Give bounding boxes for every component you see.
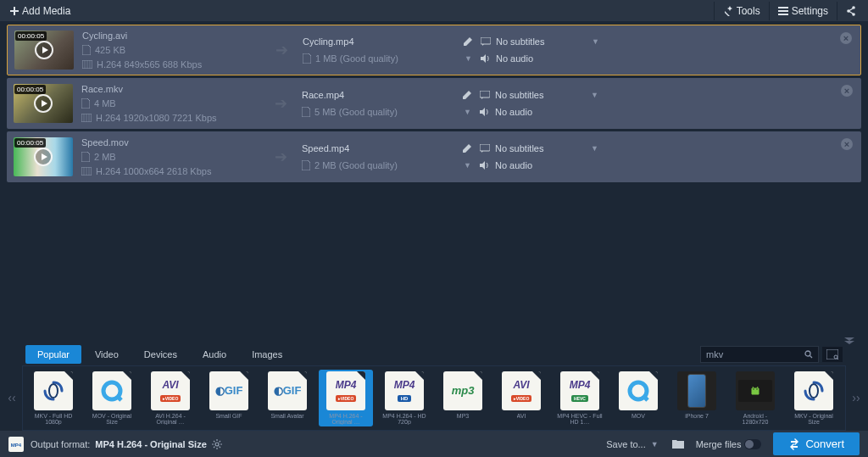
- chevron-down-icon[interactable]: ▼: [591, 91, 598, 99]
- source-filename: Race.mkv: [81, 84, 259, 94]
- preset-list-view-button[interactable]: [822, 347, 843, 362]
- convert-icon: [788, 438, 800, 450]
- subtitle-icon: [480, 91, 490, 99]
- preset-item[interactable]: ◐GIFSmall GIF: [202, 370, 256, 426]
- preset-label: Small Avatar: [270, 413, 303, 425]
- preset-item[interactable]: AVI▸VIDEOAVI: [494, 370, 548, 426]
- preset-label: MP4 H.264 - Original …: [320, 413, 371, 425]
- file-icon: [303, 53, 311, 64]
- preset-label: MOV: [632, 413, 645, 425]
- duration-badge: 00:00:05: [14, 138, 46, 148]
- tools-button[interactable]: Tools: [714, 2, 769, 20]
- svg-point-9: [805, 351, 810, 356]
- source-codec: H.264 849x565 688 Kbps: [97, 59, 202, 70]
- preset-item[interactable]: MP4HEVCMP4 HEVC - Full HD 1…: [553, 370, 607, 426]
- file-tracks-info: No subtitles▼ No audio: [480, 143, 598, 170]
- top-toolbar: Add Media Tools Settings: [0, 0, 868, 21]
- preset-item[interactable]: AVI▸VIDEOAVI H.264 - Original …: [143, 370, 198, 426]
- svg-point-15: [753, 388, 754, 389]
- preset-item[interactable]: MP4HDMP4 H.264 - HD 720p: [377, 370, 431, 426]
- file-icon: [81, 98, 90, 109]
- tab-video[interactable]: Video: [83, 345, 131, 364]
- tab-images[interactable]: Images: [240, 345, 294, 364]
- search-text: mkv: [706, 349, 723, 359]
- preset-label: Small GIF: [215, 413, 242, 425]
- svg-rect-6: [480, 91, 490, 98]
- remove-file-button[interactable]: ×: [841, 138, 853, 150]
- play-icon[interactable]: [34, 94, 53, 113]
- play-icon[interactable]: [35, 41, 53, 59]
- settings-button[interactable]: Settings: [769, 2, 837, 20]
- file-row[interactable]: 00:00:05 Race.mkv 4 MB H.264 1920x1080 7…: [7, 78, 861, 129]
- edit-icon[interactable]: [463, 144, 471, 153]
- edit-icon[interactable]: [464, 37, 472, 46]
- save-to-button[interactable]: Save to... ▼: [599, 436, 665, 453]
- remove-file-button[interactable]: ×: [841, 85, 853, 97]
- preset-label: AVI H.264 - Original …: [145, 413, 196, 425]
- svg-point-17: [810, 384, 818, 398]
- toggle-switch[interactable]: [744, 439, 761, 449]
- file-thumbnail[interactable]: 00:00:05: [14, 84, 73, 123]
- file-icon: [81, 152, 90, 162]
- preset-row: MKV - Full HD 1080pMOV - Original SizeAV…: [22, 365, 846, 431]
- audio-icon: [480, 108, 490, 116]
- bottom-bar: MP4 Output format: MP4 H.264 - Original …: [0, 431, 868, 457]
- file-row[interactable]: 00:00:05 Cycling.avi 425 KB H.264 849x56…: [7, 25, 861, 75]
- output-desc: 5 MB (Good quality): [314, 107, 398, 117]
- edit-icon[interactable]: [463, 91, 471, 99]
- preset-search[interactable]: mkv: [700, 346, 819, 363]
- preset-label: iPhone 7: [685, 413, 709, 425]
- chevron-down-icon[interactable]: ▼: [464, 108, 471, 116]
- chevron-down-icon[interactable]: ▼: [592, 37, 599, 46]
- tab-popular[interactable]: Popular: [25, 345, 81, 364]
- plus-icon: [10, 7, 19, 15]
- output-desc: 2 MB (Good quality): [314, 160, 398, 170]
- output-filename: Speed.mp4: [302, 143, 349, 153]
- preset-item[interactable]: MOV - Original Size: [85, 370, 139, 426]
- file-icon: [302, 160, 310, 170]
- folder-icon[interactable]: [672, 439, 684, 449]
- preset-label: MKV - Original Size: [788, 413, 839, 425]
- add-media-button[interactable]: Add Media: [3, 3, 77, 19]
- file-source-info: Cycling.avi 425 KB H.264 849x565 688 Kbp…: [82, 31, 260, 70]
- collapse-handle[interactable]: [0, 337, 868, 344]
- preset-item[interactable]: MP4▸VIDEOMP4 H.264 - Original …: [319, 370, 373, 426]
- arrow-icon: ➔: [268, 94, 293, 113]
- preset-label: Android - 1280x720: [730, 413, 781, 425]
- file-row[interactable]: 00:00:05 Speed.mov 2 MB H.264 1000x664 2…: [7, 131, 861, 182]
- preset-item[interactable]: MOV: [611, 370, 665, 426]
- source-codec: H.264 1000x664 2618 Kbps: [96, 166, 211, 176]
- preset-next-button[interactable]: ››: [849, 372, 863, 423]
- share-icon: [846, 6, 856, 16]
- play-icon[interactable]: [34, 148, 53, 166]
- file-tracks-info: No subtitles▼ No audio: [481, 36, 599, 64]
- convert-button[interactable]: Convert: [773, 432, 860, 455]
- file-source-info: Race.mkv 4 MB H.264 1920x1080 7221 Kbps: [81, 84, 259, 123]
- file-thumbnail[interactable]: 00:00:05: [14, 31, 74, 70]
- mp4-format-icon: MP4: [8, 437, 24, 452]
- preset-item[interactable]: mp3MP3: [436, 370, 490, 426]
- preset-item[interactable]: ◐GIFSmall Avatar: [260, 370, 314, 426]
- save-to-label: Save to...: [606, 439, 645, 449]
- settings-label: Settings: [792, 5, 828, 17]
- gear-icon[interactable]: [212, 439, 222, 449]
- source-size: 2 MB: [94, 152, 116, 162]
- preset-item[interactable]: iPhone 7: [670, 370, 724, 426]
- output-format-display[interactable]: Output format: MP4 H.264 - Original Size: [31, 439, 593, 449]
- chevron-down-icon[interactable]: ▼: [465, 54, 472, 63]
- preset-item[interactable]: Android - 1280x720: [728, 370, 782, 426]
- chevron-down-icon[interactable]: ▼: [591, 144, 598, 153]
- tab-audio[interactable]: Audio: [191, 345, 238, 364]
- subtitle-icon: [480, 144, 490, 153]
- tab-devices[interactable]: Devices: [132, 345, 189, 364]
- preset-item[interactable]: MKV - Full HD 1080p: [26, 370, 81, 426]
- preset-tabs: Popular Video Devices Audio Images mkv: [0, 344, 868, 365]
- preset-item[interactable]: MKV - Original Size: [787, 370, 841, 426]
- search-icon: [804, 350, 813, 359]
- preset-prev-button[interactable]: ‹‹: [5, 372, 19, 423]
- share-button[interactable]: [837, 2, 865, 20]
- merge-files-toggle[interactable]: Merge files: [691, 436, 767, 453]
- remove-file-button[interactable]: ×: [840, 32, 852, 44]
- chevron-down-icon[interactable]: ▼: [464, 161, 471, 170]
- file-thumbnail[interactable]: 00:00:05: [14, 137, 73, 176]
